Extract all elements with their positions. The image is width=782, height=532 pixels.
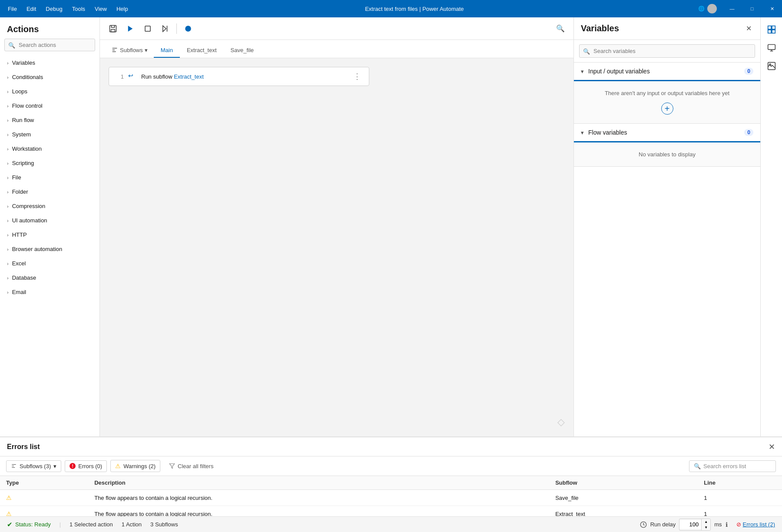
chevron-icon: › [7, 218, 9, 223]
errors-search-container[interactable]: 🔍 Search errors list [689, 460, 776, 472]
action-item-database[interactable]: › Database [0, 271, 99, 285]
menu-file[interactable]: File [3, 4, 21, 14]
action-item-file[interactable]: › File [0, 170, 99, 185]
close-button[interactable]: ✕ [762, 0, 782, 17]
step-number: 1 [115, 73, 124, 80]
variables-close-button[interactable]: ✕ [744, 23, 753, 34]
step-button[interactable] [157, 21, 173, 36]
action-item-folder[interactable]: › Folder [0, 185, 99, 199]
chevron-icon: › [7, 232, 9, 238]
variables-header: Variables ✕ [574, 17, 760, 40]
errors-toolbar: Subflows (3) ▾ ! Errors (0) ⚠ Warnings (… [0, 456, 782, 476]
flow-vars-section-header[interactable]: ▾ Flow variables 0 [574, 124, 760, 141]
action-item-scripting[interactable]: › Scripting [0, 156, 99, 170]
maximize-button[interactable]: □ [742, 0, 762, 17]
input-output-title: Input / output variables [588, 68, 740, 75]
action-item-run-flow[interactable]: › Run flow [0, 113, 99, 127]
run-delay-down[interactable]: ▼ [702, 525, 710, 530]
actions-search-input[interactable] [4, 39, 95, 51]
flow-tabs: Subflows ▾ Main Extract_text Save_file [100, 40, 573, 58]
subflows-chevron-icon: ▾ [53, 463, 56, 469]
menu-view[interactable]: View [90, 4, 111, 14]
clear-filters-button[interactable]: Clear all filters [164, 461, 219, 472]
save-button[interactable] [105, 21, 121, 36]
run-delay-up[interactable]: ▲ [702, 519, 710, 525]
stop-button[interactable] [140, 21, 156, 36]
warnings-filter-button[interactable]: ⚠ Warnings (2) [110, 460, 160, 472]
col-description: Description [88, 476, 549, 490]
svg-rect-10 [772, 30, 775, 33]
tab-main[interactable]: Main [154, 43, 180, 58]
run-button[interactable] [123, 21, 138, 36]
action-item-http[interactable]: › HTTP [0, 228, 99, 242]
error-indicator: ! [70, 463, 76, 469]
action-item-system[interactable]: › System [0, 127, 99, 142]
warning-icon: ⚠ [115, 463, 121, 469]
run-delay-input[interactable]: 100 [679, 520, 701, 529]
right-sidebar [760, 17, 782, 436]
subflows-filter-button[interactable]: Subflows (3) ▾ [6, 460, 61, 472]
window-controls: ― □ ✕ [722, 0, 782, 17]
action-item-flow-control[interactable]: › Flow control [0, 99, 99, 113]
action-item-ui-automation[interactable]: › UI automation [0, 213, 99, 228]
add-variable-button[interactable]: + [661, 102, 673, 115]
action-item-email[interactable]: › Email [0, 285, 99, 299]
status-ready: ✔ Status: Ready [7, 521, 51, 529]
clock-icon [640, 521, 647, 528]
menu-tools[interactable]: Tools [68, 4, 89, 14]
action-item-label: HTTP [12, 231, 27, 238]
input-output-section-header[interactable]: ▾ Input / output variables 0 [574, 63, 760, 80]
tab-extract-text[interactable]: Extract_text [180, 43, 224, 58]
action-count-text: 1 Action [122, 521, 142, 528]
title-bar: File Edit Debug Tools View Help Extract … [0, 0, 782, 17]
errors-filter-button[interactable]: ! Errors (0) [65, 460, 107, 472]
step-link[interactable]: Extract_text [174, 73, 204, 80]
svg-rect-11 [768, 45, 775, 50]
errors-header: Errors list ✕ [0, 437, 782, 456]
row-subflow: Extract_text [549, 506, 698, 517]
warnings-filter-label: Warnings (2) [123, 463, 156, 469]
action-item-variables[interactable]: › Variables [0, 56, 99, 70]
actions-panel: Actions 🔍 › Variables › Conditionals › L… [0, 17, 100, 436]
image-sidebar-icon[interactable] [764, 58, 779, 74]
editor-search-button[interactable]: 🔍 [553, 21, 568, 36]
action-item-loops[interactable]: › Loops [0, 84, 99, 99]
action-item-conditionals[interactable]: › Conditionals [0, 70, 99, 84]
chevron-icon: › [7, 189, 9, 195]
svg-marker-2 [128, 26, 133, 32]
info-icon[interactable]: ℹ [726, 521, 728, 528]
col-type: Type [0, 476, 88, 490]
action-item-label: Scripting [12, 160, 34, 166]
menu-help[interactable]: Help [112, 4, 133, 14]
variables-search-input[interactable] [579, 44, 755, 58]
chevron-icon: › [7, 75, 9, 80]
minimize-button[interactable]: ― [722, 0, 742, 17]
record-button[interactable] [180, 21, 196, 36]
flow-vars-title: Flow variables [588, 129, 740, 136]
main-area: Actions 🔍 › Variables › Conditionals › L… [0, 17, 782, 436]
action-item-workstation[interactable]: › Workstation [0, 142, 99, 156]
data-sidebar-icon[interactable] [764, 40, 779, 56]
tab-save-file[interactable]: Save_file [224, 43, 261, 58]
run-subflow-icon: ↩ [128, 72, 137, 81]
step-more-button[interactable]: ⋮ [351, 72, 363, 81]
action-item-compression[interactable]: › Compression [0, 199, 99, 213]
menu-edit[interactable]: Edit [22, 4, 40, 14]
row-subflow: Save_file [549, 490, 698, 506]
errors-close-button[interactable]: ✕ [769, 442, 775, 452]
col-line: Line [698, 476, 782, 490]
action-item-browser-automation[interactable]: › Browser automation [0, 242, 99, 256]
action-item-label: Flow control [12, 102, 43, 109]
row-type: ⚠ [0, 506, 88, 517]
subflows-chevron-icon: ▾ [145, 47, 148, 53]
actions-header: Actions [0, 17, 99, 39]
action-item-label: Conditionals [12, 74, 43, 80]
variables-sidebar-icon[interactable] [764, 22, 779, 37]
errors-list-link[interactable]: ⊘ Errors list (2) [736, 521, 775, 528]
flow-step-1[interactable]: 1 ↩ Run subflow Extract_text ⋮ [109, 67, 369, 86]
chevron-icon: › [7, 275, 9, 281]
run-delay-input-group: 100 ▲ ▼ [679, 519, 711, 531]
action-item-excel[interactable]: › Excel [0, 256, 99, 271]
tab-subflows[interactable]: Subflows ▾ [105, 43, 154, 58]
menu-debug[interactable]: Debug [41, 4, 66, 14]
